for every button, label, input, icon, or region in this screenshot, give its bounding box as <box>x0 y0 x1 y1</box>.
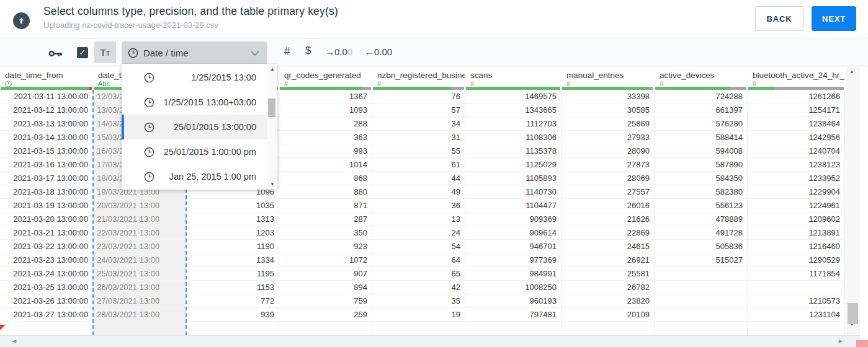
table-cell[interactable]: 868 <box>279 172 372 185</box>
table-cell[interactable]: 24/03/2021 13:00 <box>93 253 186 266</box>
table-cell[interactable]: 2021-03-13 13:00:00 <box>0 117 93 130</box>
table-cell[interactable]: 26921 <box>562 253 655 266</box>
table-cell[interactable] <box>279 322 372 335</box>
table-cell[interactable]: 1343665 <box>465 103 562 116</box>
table-cell[interactable]: 515027 <box>655 253 748 266</box>
table-cell[interactable]: 13 <box>372 213 465 226</box>
horizontal-scrollbar[interactable]: ◀ ▶ <box>0 335 860 347</box>
table-cell[interactable]: 584350 <box>655 172 748 185</box>
table-cell[interactable]: 26016 <box>562 199 655 212</box>
table-cell[interactable]: 1238123 <box>748 158 845 171</box>
back-button[interactable]: BACK <box>755 6 803 31</box>
column-header[interactable]: bluetooth_active_24_hr_# <box>748 66 845 90</box>
table-cell[interactable]: 759 <box>279 294 372 307</box>
table-cell[interactable]: 1231104 <box>748 308 845 321</box>
table-cell[interactable]: 1240704 <box>748 144 845 157</box>
table-cell[interactable]: 61 <box>372 158 465 171</box>
table-cell[interactable]: 1125029 <box>465 158 562 171</box>
scroll-down-icon[interactable]: ▼ <box>270 182 275 187</box>
table-cell[interactable]: 1213891 <box>748 226 845 239</box>
table-cell[interactable] <box>655 308 748 321</box>
table-cell[interactable]: 2021-03-26 13:00:00 <box>0 294 93 307</box>
table-cell[interactable]: 33398 <box>562 90 655 103</box>
table-cell[interactable]: 27/03/2021 13:00 <box>93 294 186 307</box>
scroll-right-icon[interactable]: ▶ <box>839 338 843 344</box>
table-cell[interactable]: 2021-03-19 13:00:00 <box>0 199 93 212</box>
table-cell[interactable]: 909614 <box>465 226 562 239</box>
table-cell[interactable]: 1233952 <box>748 172 845 185</box>
table-cell[interactable]: 21626 <box>562 213 655 226</box>
table-cell[interactable]: 30585 <box>562 103 655 116</box>
table-cell[interactable]: 1367 <box>279 90 372 103</box>
table-cell[interactable]: 55 <box>372 144 465 157</box>
table-cell[interactable]: 21/03/2021 13:00 <box>93 213 186 226</box>
table-cell[interactable]: 2021-03-14 13:00:00 <box>0 131 93 144</box>
table-cell[interactable]: 23/03/2021 13:00 <box>93 240 186 253</box>
table-cell[interactable]: 42 <box>372 281 465 294</box>
table-cell[interactable]: 20109 <box>562 308 655 321</box>
table-cell[interactable]: 287 <box>279 213 372 226</box>
table-cell[interactable] <box>562 322 655 335</box>
table-cell[interactable]: 909369 <box>465 213 562 226</box>
table-cell[interactable]: 24615 <box>562 240 655 253</box>
column-header[interactable]: qr_codes_generated# <box>279 66 372 90</box>
table-cell[interactable]: 1313 <box>186 213 279 226</box>
table-cell[interactable]: 576280 <box>655 117 748 130</box>
table-cell[interactable]: 28/03/2021 13:00 <box>93 308 186 321</box>
table-cell[interactable] <box>655 281 748 294</box>
table-cell[interactable] <box>655 322 748 335</box>
table-cell[interactable]: 1171854 <box>748 267 845 280</box>
table-cell[interactable]: 2021-03-12 13:00:00 <box>0 103 93 116</box>
decrease-decimal-icon[interactable]: ←0.00 <box>365 46 392 57</box>
table-cell[interactable]: 588414 <box>655 131 748 144</box>
vertical-scrollbar[interactable]: ▲ ▼ <box>846 66 860 335</box>
table-cell[interactable]: 24 <box>372 226 465 239</box>
table-cell[interactable]: 1112703 <box>465 117 562 130</box>
dropdown-scrollbar[interactable] <box>267 65 277 188</box>
table-cell[interactable]: 1135378 <box>465 144 562 157</box>
table-cell[interactable]: 1203 <box>186 226 279 239</box>
table-cell[interactable]: 20/03/2021 13:00 <box>93 199 186 212</box>
table-cell[interactable]: 288 <box>279 117 372 130</box>
table-cell[interactable]: 65 <box>372 267 465 280</box>
table-cell[interactable] <box>465 322 562 335</box>
table-cell[interactable]: 1104477 <box>465 199 562 212</box>
table-cell[interactable]: 582380 <box>655 185 748 198</box>
table-cell[interactable]: 797481 <box>465 308 562 321</box>
table-cell[interactable]: 44 <box>372 172 465 185</box>
table-cell[interactable]: 1093 <box>279 103 372 116</box>
table-cell[interactable] <box>186 322 279 335</box>
table-cell[interactable]: 1238464 <box>748 117 845 130</box>
table-cell[interactable]: 1224961 <box>748 199 845 212</box>
table-cell[interactable]: 27873 <box>562 158 655 171</box>
table-cell[interactable]: 2021-03-15 13:00:00 <box>0 144 93 157</box>
table-cell[interactable]: 2021-03-24 13:00:00 <box>0 267 93 280</box>
table-cell[interactable] <box>655 267 748 280</box>
table-cell[interactable]: 1072 <box>279 253 372 266</box>
table-cell[interactable]: 28090 <box>562 144 655 157</box>
dropdown-item[interactable]: Jan 25, 2015 1:00 pm <box>122 164 277 189</box>
dropdown-scrollbar-thumb[interactable] <box>268 99 275 117</box>
vertical-scrollbar-thumb[interactable] <box>848 303 858 324</box>
table-cell[interactable]: 724288 <box>655 90 748 103</box>
table-cell[interactable]: 76 <box>372 90 465 103</box>
table-cell[interactable]: 2021-03-25 13:00:00 <box>0 281 93 294</box>
primary-key-icon[interactable] <box>48 49 63 60</box>
next-button[interactable]: NEXT <box>812 6 856 31</box>
table-cell[interactable]: 35 <box>372 294 465 307</box>
table-cell[interactable]: 27557 <box>562 185 655 198</box>
table-cell[interactable]: 2021-03-27 13:00:00 <box>0 308 93 321</box>
table-cell[interactable]: 2021-03-11 13:00:00 <box>0 90 93 103</box>
table-cell[interactable]: 871 <box>279 199 372 212</box>
table-cell[interactable]: 1153 <box>186 281 279 294</box>
table-cell[interactable]: 49 <box>372 185 465 198</box>
boolean-type-checkbox[interactable]: ✓ <box>77 47 88 58</box>
table-cell[interactable]: 1014 <box>279 158 372 171</box>
dropdown-item[interactable]: 25/01/2015 1:00:00 pm <box>122 139 277 164</box>
table-cell[interactable]: 960193 <box>465 294 562 307</box>
table-cell[interactable]: 907 <box>279 267 372 280</box>
table-cell[interactable]: 1290529 <box>748 253 845 266</box>
table-cell[interactable]: 1469575 <box>465 90 562 103</box>
table-cell[interactable]: 946701 <box>465 240 562 253</box>
table-cell[interactable]: 22/03/2021 13:00 <box>93 226 186 239</box>
